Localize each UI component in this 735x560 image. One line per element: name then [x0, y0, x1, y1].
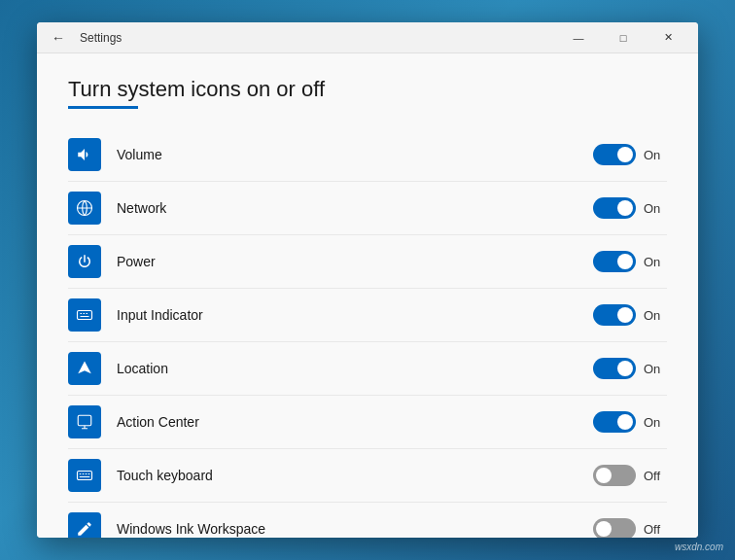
setting-row-power: PowerOn [68, 235, 667, 289]
setting-row-network: NetworkOn [68, 182, 667, 235]
windows-ink-toggle-container: Off [593, 518, 667, 538]
volume-toggle-container: On [593, 144, 667, 165]
setting-row-touch-keyboard: Touch keyboardOff [68, 449, 667, 503]
input-indicator-icon [68, 298, 101, 332]
action-center-toggle[interactable] [593, 411, 636, 433]
svg-rect-2 [78, 415, 91, 426]
volume-label: Volume [117, 147, 593, 162]
window-controls: — □ ✕ [556, 22, 690, 53]
titlebar-title: Settings [80, 31, 556, 45]
volume-toggle[interactable] [593, 144, 636, 165]
network-toggle[interactable] [593, 197, 636, 219]
touch-keyboard-toggle-label: Off [644, 469, 667, 483]
network-toggle-container: On [593, 197, 667, 219]
location-icon [68, 352, 101, 385]
location-toggle[interactable] [593, 358, 636, 379]
windows-ink-icon [68, 512, 101, 538]
volume-toggle-thumb [617, 147, 633, 162]
location-toggle-thumb [617, 361, 633, 376]
network-toggle-thumb [617, 200, 633, 216]
touch-keyboard-icon [68, 459, 101, 492]
action-center-toggle-label: On [644, 415, 667, 430]
touch-keyboard-toggle-container: Off [593, 465, 667, 486]
network-toggle-label: On [644, 201, 667, 216]
titlebar: ← Settings — □ ✕ [37, 22, 698, 53]
setting-row-windows-ink: Windows Ink WorkspaceOff [68, 503, 667, 538]
input-indicator-toggle[interactable] [593, 304, 636, 326]
watermark: wsxdn.com [675, 542, 723, 552]
page-title: Turn system icons on or off [68, 77, 667, 102]
back-icon: ← [52, 30, 65, 46]
setting-row-location: LocationOn [68, 342, 667, 396]
svg-rect-1 [78, 311, 92, 320]
action-center-label: Action Center [117, 414, 593, 430]
settings-window: ← Settings — □ ✕ Turn system icons on or… [37, 22, 698, 538]
setting-row-action-center: Action CenterOn [68, 396, 667, 449]
windows-ink-toggle-thumb [596, 521, 612, 537]
setting-row-input-indicator: Input IndicatorOn [68, 289, 667, 342]
action-center-icon [68, 405, 101, 438]
power-toggle-container: On [593, 251, 667, 272]
power-toggle[interactable] [593, 251, 636, 272]
input-indicator-toggle-label: On [644, 308, 667, 323]
power-icon [68, 245, 101, 278]
settings-list: VolumeOnNetworkOnPowerOnInput IndicatorO… [68, 128, 667, 538]
network-icon [68, 192, 101, 225]
touch-keyboard-toggle[interactable] [593, 465, 636, 486]
input-indicator-toggle-container: On [593, 304, 667, 326]
power-label: Power [117, 254, 593, 269]
action-center-toggle-thumb [617, 414, 633, 430]
windows-ink-toggle[interactable] [593, 518, 636, 538]
input-indicator-label: Input Indicator [117, 307, 593, 323]
network-label: Network [117, 200, 593, 216]
volume-icon [68, 138, 101, 171]
maximize-button[interactable]: □ [601, 22, 646, 53]
input-indicator-toggle-thumb [617, 307, 633, 323]
touch-keyboard-toggle-thumb [596, 468, 612, 483]
minimize-icon: — [574, 32, 584, 44]
back-button[interactable]: ← [45, 24, 72, 52]
touch-keyboard-label: Touch keyboard [117, 468, 593, 483]
power-toggle-thumb [617, 254, 633, 269]
maximize-icon: □ [620, 32, 627, 44]
setting-row-volume: VolumeOn [68, 128, 667, 182]
windows-ink-toggle-label: Off [644, 522, 667, 537]
close-button[interactable]: ✕ [646, 22, 690, 53]
title-underline [68, 106, 138, 109]
power-toggle-label: On [644, 255, 667, 269]
windows-ink-label: Windows Ink Workspace [117, 521, 593, 537]
svg-rect-3 [78, 472, 92, 480]
location-toggle-container: On [593, 358, 667, 379]
content-area: Turn system icons on or off VolumeOnNetw… [37, 53, 698, 538]
location-toggle-label: On [644, 362, 667, 376]
action-center-toggle-container: On [593, 411, 667, 433]
volume-toggle-label: On [644, 148, 667, 162]
close-icon: ✕ [664, 31, 673, 44]
minimize-button[interactable]: — [556, 22, 601, 53]
location-label: Location [117, 361, 593, 376]
